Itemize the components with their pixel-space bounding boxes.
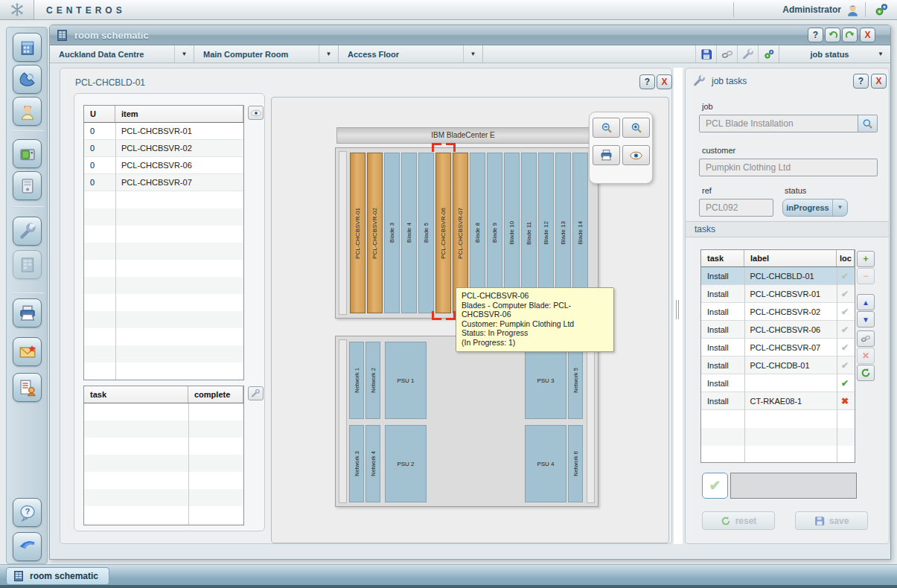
task-row[interactable]: InstallPCL-CHCDB-01✔ bbox=[701, 357, 855, 374]
administrator-button[interactable]: Administrator bbox=[741, 1, 860, 18]
window-redo-button[interactable] bbox=[842, 28, 858, 42]
chassis-rail bbox=[587, 339, 595, 503]
task-row[interactable]: InstallPCL-CHCBLD-01✔ bbox=[701, 267, 855, 285]
loc-missing-icon[interactable]: ✖ bbox=[835, 392, 855, 409]
status-dropdown[interactable]: inProgress ▼ bbox=[782, 199, 848, 217]
layer-dropdown[interactable]: Access Floor ▼ bbox=[339, 45, 483, 63]
zoom-in-button[interactable] bbox=[622, 118, 650, 138]
blade-slot[interactable]: PCL-CHCBSVR-01 bbox=[350, 153, 365, 313]
view-options-button[interactable] bbox=[622, 145, 650, 165]
task-row[interactable]: InstallPCL-CHCBSVR-07✔ bbox=[701, 339, 855, 357]
window-titlebar[interactable]: room schematic bbox=[50, 25, 890, 45]
loc-check-icon[interactable]: ✔ bbox=[835, 303, 855, 320]
remove-task-button[interactable]: − bbox=[857, 268, 875, 284]
reset-button[interactable]: reset bbox=[702, 511, 775, 530]
customer-field[interactable]: Pumpkin Clothing Ltd bbox=[699, 159, 878, 176]
network-module[interactable]: Network 1 bbox=[349, 342, 364, 419]
room-dropdown[interactable]: Main Computer Room ▼ bbox=[194, 45, 339, 63]
sidebar-item-datacentre[interactable] bbox=[13, 33, 42, 62]
sidebar-item-back[interactable] bbox=[13, 532, 42, 561]
tools-button[interactable] bbox=[737, 45, 758, 63]
blade-slot[interactable]: PCL-CHCBSVR-06 bbox=[435, 153, 451, 313]
sidebar-item-mail[interactable] bbox=[13, 337, 42, 366]
table-row[interactable]: 0PCL-CHCBSVR-01 bbox=[84, 123, 243, 140]
network-module[interactable]: Network 3 bbox=[349, 425, 364, 502]
table-row[interactable]: 0PCL-CHCBSVR-07 bbox=[84, 174, 243, 191]
table-row[interactable]: 0PCL-CHCBSVR-06 bbox=[84, 157, 243, 174]
system-settings-button[interactable] bbox=[871, 1, 892, 18]
module-label: Network 4 bbox=[370, 451, 377, 476]
sidebar-item-machines[interactable] bbox=[13, 171, 42, 200]
move-task-down-button[interactable]: ▼ bbox=[857, 311, 875, 327]
job-status-dropdown[interactable]: job status ▼ bbox=[779, 45, 890, 63]
app-logo[interactable] bbox=[0, 0, 34, 19]
window-close-button[interactable]: X bbox=[860, 28, 875, 42]
save-button[interactable]: save bbox=[795, 511, 868, 530]
zoom-out-button[interactable] bbox=[593, 118, 620, 138]
job-panel-close-button[interactable]: X bbox=[871, 74, 887, 89]
rack-panel-help-button[interactable]: ? bbox=[639, 74, 655, 89]
job-panel-help-button[interactable]: ? bbox=[853, 74, 869, 89]
delete-task-button[interactable]: ✕ bbox=[857, 348, 875, 364]
loc-check-icon[interactable]: ✔ bbox=[835, 267, 855, 284]
network-module[interactable]: Network 6 bbox=[568, 425, 583, 502]
checklist-tools-button[interactable] bbox=[248, 386, 264, 400]
settings-button[interactable] bbox=[758, 45, 779, 63]
rack-panel-close-button[interactable]: X bbox=[657, 74, 672, 89]
loc-check-icon[interactable]: ✔ bbox=[835, 285, 855, 302]
sidebar-item-job-tasks[interactable] bbox=[13, 373, 42, 402]
loc-check-icon[interactable]: ✔ bbox=[835, 357, 855, 374]
add-task-button[interactable]: + bbox=[857, 251, 875, 267]
psu-module[interactable]: PSU 3 bbox=[525, 342, 566, 419]
blade-label: Blade 5 bbox=[423, 223, 430, 243]
sidebar-item-print[interactable] bbox=[13, 298, 42, 327]
topbar-separator bbox=[865, 2, 866, 17]
job-field[interactable]: PCL Blade Installation bbox=[699, 115, 878, 132]
blade-label: Blade 14 bbox=[577, 221, 584, 245]
loc-check-icon[interactable]: ✔ bbox=[835, 339, 855, 356]
note-box[interactable] bbox=[730, 473, 857, 499]
blade-slot[interactable]: Blade 4 bbox=[401, 153, 417, 313]
task-row[interactable]: InstallPCL-CHCBSVR-06✔ bbox=[701, 321, 855, 339]
print-schematic-button[interactable] bbox=[593, 145, 620, 165]
panel-splitter[interactable] bbox=[674, 68, 683, 544]
ref-field[interactable]: PCL092 bbox=[699, 199, 773, 217]
window-undo-button[interactable] bbox=[825, 28, 840, 42]
task-row[interactable]: InstallCT-RKAE08-1✖ bbox=[701, 392, 855, 410]
task-row[interactable]: Install✔ bbox=[701, 374, 855, 392]
link-button[interactable] bbox=[716, 45, 737, 63]
confirm-check-button[interactable]: ✔ bbox=[702, 473, 728, 499]
task-row[interactable]: InstallPCL-CHCBSVR-02✔ bbox=[701, 303, 855, 321]
link-task-button[interactable] bbox=[857, 330, 875, 347]
refresh-tasks-button[interactable] bbox=[857, 365, 875, 381]
move-task-up-button[interactable]: ▲ bbox=[857, 294, 875, 310]
blade-slot[interactable]: Blade 3 bbox=[384, 153, 400, 313]
loc-check-icon[interactable]: ✔ bbox=[835, 374, 855, 392]
table-row[interactable]: 0PCL-CHCBSVR-02 bbox=[84, 140, 243, 157]
sidebar-item-people[interactable] bbox=[13, 97, 42, 126]
psu-module[interactable]: PSU 4 bbox=[525, 425, 566, 502]
save-button[interactable] bbox=[695, 45, 716, 63]
rack-schematic-canvas[interactable]: IBM BladeCenter E PCL-CHCBSVR-01PCL-CHCB… bbox=[271, 97, 669, 543]
job-field-label: job bbox=[702, 102, 713, 111]
taskbar-room-schematic-button[interactable]: room schematic bbox=[6, 567, 109, 585]
job-search-button[interactable] bbox=[858, 115, 877, 132]
table-cell: PCL-CHCBSVR-01 bbox=[744, 285, 835, 302]
sidebar-item-servers[interactable] bbox=[13, 139, 42, 168]
psu-module[interactable]: PSU 2 bbox=[385, 425, 427, 502]
site-dropdown[interactable]: Auckland Data Centre ▼ bbox=[50, 45, 194, 63]
network-module[interactable]: Network 2 bbox=[365, 342, 380, 419]
psu-module[interactable]: PSU 1 bbox=[385, 342, 427, 419]
sidebar-item-contacts[interactable] bbox=[13, 65, 42, 94]
view-items-button[interactable] bbox=[248, 106, 264, 120]
network-module[interactable]: Network 5 bbox=[568, 342, 583, 419]
blade-slot[interactable]: Blade 5 bbox=[418, 153, 434, 313]
sidebar-item-tools[interactable] bbox=[13, 217, 42, 246]
sidebar-item-room-schematic[interactable] bbox=[13, 250, 42, 279]
task-row[interactable]: InstallPCL-CHCBSVR-01✔ bbox=[701, 285, 855, 303]
window-help-button[interactable]: ? bbox=[808, 28, 823, 42]
blade-slot[interactable]: PCL-CHCBSVR-02 bbox=[367, 153, 383, 313]
network-module[interactable]: Network 4 bbox=[365, 425, 380, 502]
loc-check-icon[interactable]: ✔ bbox=[835, 321, 855, 338]
sidebar-item-help[interactable]: ? bbox=[13, 498, 42, 527]
